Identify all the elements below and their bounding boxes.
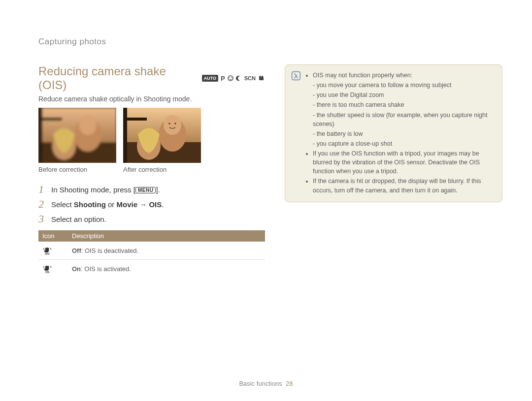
section-subhead: Reduce camera shake optically in Shootin… <box>38 95 265 103</box>
options-table: Icon Description OFF Off: OIS is deactiv… <box>38 230 265 278</box>
svg-point-2 <box>231 77 232 78</box>
step-number: 1 <box>38 184 46 195</box>
ois-off-icon: OFF <box>42 246 52 255</box>
page-footer: Basic functions 28 <box>0 380 532 387</box>
note-item: there is too much camera shake <box>313 100 494 109</box>
note-item: you capture a close-up shot <box>313 139 494 148</box>
section-heading: Reducing camera shake (OIS) <box>38 64 195 92</box>
mode-auto-icon: AUTO <box>202 75 218 82</box>
mode-face-icon <box>228 75 233 81</box>
table-row: OFF Off: OIS is deactivated. <box>38 242 265 260</box>
svg-text:OIS: OIS <box>45 271 50 274</box>
note-lead: OIS may not function properly when: <box>313 71 494 80</box>
mode-icons: AUTO P SCN <box>202 75 265 82</box>
mode-film-icon <box>258 75 265 81</box>
chapter-title: Capturing photos <box>38 37 502 47</box>
page-number: 28 <box>286 380 293 387</box>
svg-rect-13 <box>42 118 62 121</box>
svg-rect-12 <box>38 108 42 163</box>
note-box: OIS may not function properly when: you … <box>285 64 502 202</box>
step-number: 3 <box>38 214 46 224</box>
after-image <box>123 108 201 163</box>
table-row: OIS On: OIS is activated. <box>38 260 265 278</box>
step-3: 3 Select an option. <box>38 214 265 224</box>
svg-point-1 <box>229 77 230 78</box>
mode-scn-icon: SCN <box>244 75 256 81</box>
step-1: 1 In Shooting mode, press [MENU]. <box>38 184 265 195</box>
column-header-description: Description <box>68 230 265 242</box>
svg-rect-25 <box>127 118 147 121</box>
note-item: the shutter speed is slow (for example, … <box>313 111 494 128</box>
svg-point-9 <box>79 115 97 135</box>
column-header-icon: Icon <box>38 230 68 242</box>
mode-p-icon: P <box>221 75 225 82</box>
svg-rect-3 <box>259 77 264 80</box>
svg-point-0 <box>228 76 233 81</box>
note-item: If you use the OIS function with a tripo… <box>313 149 494 176</box>
note-item: you move your camera to follow a moving … <box>313 81 494 90</box>
svg-text:OFF: OFF <box>45 252 50 255</box>
before-caption: Before correction <box>38 166 116 173</box>
svg-point-18 <box>169 123 170 124</box>
mode-moon-icon <box>236 75 242 81</box>
before-image <box>38 108 116 163</box>
note-icon <box>291 71 301 81</box>
svg-point-4 <box>259 76 261 78</box>
ois-on-icon: OIS <box>42 264 52 274</box>
menu-button-icon: MENU <box>135 187 156 193</box>
svg-point-17 <box>164 115 181 135</box>
step-2: 2 Select Shooting or Movie → OIS. <box>38 199 265 210</box>
note-item: If the camera is hit or dropped, the dis… <box>313 177 494 194</box>
note-item: you use the Digital zoom <box>313 91 494 99</box>
after-caption: After correction <box>123 166 201 173</box>
step-number: 2 <box>38 199 46 210</box>
svg-rect-24 <box>123 108 127 163</box>
svg-point-5 <box>262 76 264 78</box>
svg-point-19 <box>175 123 176 124</box>
note-item: the battery is low <box>313 129 494 138</box>
